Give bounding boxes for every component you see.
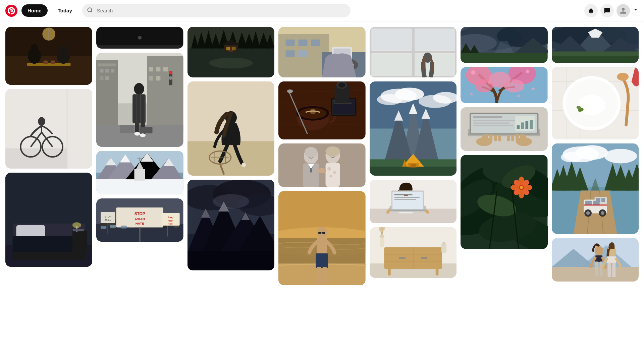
svg-rect-109 (110, 225, 116, 228)
svg-rect-155 (187, 251, 274, 270)
list-item[interactable] (461, 67, 547, 103)
list-item[interactable] (461, 107, 547, 151)
list-item[interactable] (5, 89, 92, 169)
svg-rect-32 (72, 231, 87, 252)
svg-rect-210 (317, 238, 327, 254)
svg-rect-24 (5, 89, 92, 169)
svg-point-400 (600, 211, 604, 215)
svg-point-34 (72, 222, 81, 228)
svg-point-202 (330, 175, 333, 178)
svg-rect-241 (370, 167, 457, 176)
messages-button[interactable] (600, 4, 614, 17)
svg-rect-267 (388, 268, 391, 276)
main-content: STOP ASIAN HATE Stop Asian Hate! STOP AS… (0, 0, 644, 288)
list-item[interactable] (461, 155, 547, 249)
list-item[interactable] (370, 180, 457, 223)
svg-point-200 (327, 167, 331, 171)
svg-rect-45 (111, 69, 115, 72)
dropdown-button[interactable] (633, 7, 639, 14)
svg-rect-307 (473, 125, 513, 126)
svg-rect-214 (318, 232, 321, 234)
svg-text:STOP: STOP (135, 211, 145, 216)
svg-text:Stop: Stop (168, 216, 174, 219)
svg-rect-211 (316, 253, 328, 268)
svg-point-65 (169, 71, 173, 74)
today-button[interactable]: Today (52, 4, 78, 17)
header-actions (584, 4, 639, 17)
svg-point-179 (310, 109, 316, 114)
pinterest-logo[interactable] (5, 5, 17, 17)
svg-point-379 (604, 149, 637, 163)
list-item[interactable] (370, 227, 457, 278)
list-item[interactable] (96, 27, 183, 49)
svg-rect-95 (139, 227, 141, 242)
svg-point-348 (520, 186, 523, 189)
list-item[interactable] (187, 180, 274, 270)
svg-rect-304 (473, 116, 502, 118)
list-item[interactable] (552, 143, 639, 234)
svg-rect-223 (415, 28, 455, 50)
svg-rect-213 (323, 267, 327, 284)
list-item[interactable] (187, 27, 274, 77)
list-item[interactable] (278, 143, 365, 187)
svg-point-269 (379, 235, 384, 238)
list-item[interactable] (461, 27, 547, 63)
svg-rect-312 (530, 120, 533, 129)
list-item[interactable] (278, 27, 365, 77)
list-item[interactable] (552, 238, 639, 282)
list-item[interactable] (370, 81, 457, 176)
svg-point-193 (305, 147, 318, 157)
list-item[interactable] (552, 27, 639, 63)
svg-rect-49 (149, 67, 153, 71)
svg-rect-215 (322, 232, 325, 234)
svg-rect-47 (105, 76, 109, 80)
svg-point-203 (318, 168, 326, 173)
list-item[interactable] (5, 27, 92, 85)
list-item[interactable] (278, 191, 365, 285)
svg-point-399 (586, 211, 590, 215)
svg-point-55 (134, 83, 144, 95)
search-input[interactable] (82, 4, 351, 17)
svg-rect-317 (498, 135, 501, 141)
svg-rect-191 (278, 143, 365, 187)
svg-point-265 (398, 257, 406, 259)
header: Home Today (0, 0, 644, 21)
list-item[interactable] (5, 173, 92, 267)
svg-point-408 (594, 246, 603, 256)
svg-rect-413 (607, 257, 616, 263)
svg-rect-53 (156, 76, 161, 80)
svg-rect-414 (607, 263, 611, 277)
svg-rect-224 (371, 54, 411, 76)
svg-point-201 (333, 171, 336, 174)
list-item[interactable] (187, 81, 274, 176)
list-item[interactable] (96, 53, 183, 147)
list-item[interactable]: STOP ASIAN HATE Stop Asian Hate! STOP AS… (96, 198, 183, 242)
svg-rect-283 (461, 53, 547, 63)
list-item[interactable] (96, 151, 183, 194)
svg-rect-222 (371, 28, 411, 50)
svg-rect-37 (96, 45, 183, 49)
list-item[interactable] (552, 67, 639, 139)
svg-point-189 (287, 89, 293, 93)
list-item[interactable] (370, 27, 457, 77)
svg-rect-44 (105, 69, 109, 72)
svg-rect-67 (120, 125, 135, 133)
svg-rect-316 (494, 135, 497, 141)
svg-rect-310 (521, 123, 524, 129)
svg-rect-276 (441, 244, 446, 253)
notifications-button[interactable] (584, 4, 598, 17)
svg-rect-110 (121, 226, 127, 229)
profile-button[interactable] (616, 4, 630, 17)
svg-point-323 (516, 137, 532, 146)
svg-rect-212 (317, 267, 321, 284)
list-item[interactable] (278, 81, 365, 139)
svg-point-378 (561, 152, 583, 162)
svg-rect-160 (299, 40, 308, 46)
svg-rect-46 (100, 76, 104, 80)
home-button[interactable]: Home (21, 4, 48, 17)
svg-point-125 (209, 58, 253, 68)
svg-text:Hate!: Hate! (168, 222, 173, 225)
svg-rect-52 (149, 76, 153, 80)
svg-rect-43 (100, 69, 104, 72)
search-icon (87, 7, 93, 14)
